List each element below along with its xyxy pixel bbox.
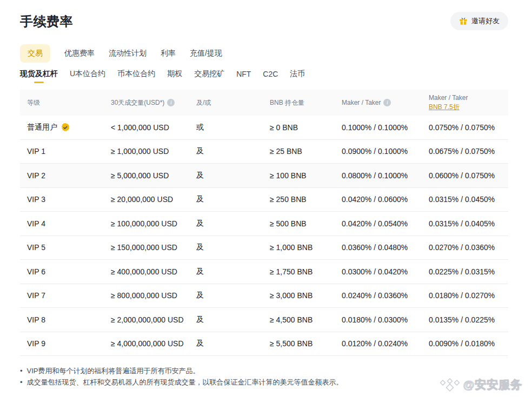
footnote: • 成交量包括现货、杠杆和交易机器人的所有现货成交量，以联合保证金汇率计算的美元… — [20, 376, 508, 388]
cell-and-or: 或 — [196, 123, 270, 132]
cell-level: VIP 9 — [27, 339, 111, 348]
fee-table: 等级 30天成交量(USD*) i 及/或 BNB 持仓量 Maker / Ta… — [20, 90, 508, 356]
cell-maker-taker: 0.0300% / 0.0420% — [342, 267, 429, 276]
subtab-法币[interactable]: 法币 — [290, 69, 305, 83]
invite-friends-label: 邀请好友 — [471, 16, 500, 26]
cell-level: 普通用户 — [27, 123, 111, 132]
tab-优惠费率[interactable]: 优惠费率 — [64, 44, 95, 63]
cell-and-or: 及 — [196, 267, 270, 277]
table-row: VIP 5 ≥ 150,000,000 USD 及 ≥ 1,000 BNB 0.… — [20, 236, 508, 260]
cell-bnb-balance: ≥ 4,500 BNB — [270, 315, 342, 324]
cell-volume: < 1,000,000 USD — [111, 123, 196, 132]
cell-and-or: 及 — [196, 315, 270, 325]
sub-tabs: 现货及杠杆U本位合约币本位合约期权交易挖矿NFTC2C法币 — [20, 69, 508, 83]
cell-and-or: 及 — [196, 219, 270, 228]
cell-volume: ≥ 150,000,000 USD — [111, 243, 196, 252]
column-header-volume-label: 30天成交量(USD*) — [111, 98, 164, 107]
cell-level: VIP 6 — [27, 267, 111, 276]
cell-maker-taker-bnb: 0.0675% / 0.0750% — [429, 147, 508, 156]
table-row: 普通用户 < 1,000,000 USD 或 ≥ 0 BNB 0.1000% /… — [20, 116, 508, 140]
cell-maker-taker-bnb: 0.0600% / 0.0750% — [429, 171, 508, 180]
cell-volume: ≥ 100,000,000 USD — [111, 219, 196, 228]
page-header: 手续费率 邀请好友 — [20, 13, 508, 30]
subtab-NFT[interactable]: NFT — [236, 70, 251, 83]
cell-level: VIP 2 — [27, 171, 111, 180]
cell-bnb-balance: ≥ 1,750 BNB — [270, 267, 342, 276]
cell-maker-taker: 0.0420% / 0.0540% — [342, 219, 429, 228]
cell-bnb-balance: ≥ 100 BNB — [270, 171, 342, 180]
subtab-币本位合约[interactable]: 币本位合约 — [117, 69, 155, 83]
column-header-maker-taker-bnb-label: Maker / Taker — [429, 94, 468, 102]
cell-maker-taker-bnb: 0.0750% / 0.0750% — [429, 123, 508, 132]
bullet-marker: • — [20, 376, 23, 388]
tab-交易[interactable]: 交易 — [20, 44, 50, 63]
level-label: VIP 6 — [27, 267, 45, 276]
level-label: VIP 4 — [27, 219, 45, 228]
gift-icon — [459, 17, 468, 25]
fee-table-header: 等级 30天成交量(USD*) i 及/或 BNB 持仓量 Maker / Ta… — [20, 90, 508, 116]
table-row: VIP 9 ≥ 4,000,000,000 USD 及 ≥ 5,500 BNB … — [20, 332, 508, 356]
cell-maker-taker-bnb: 0.0090% / 0.0180% — [429, 339, 508, 348]
cell-maker-taker-bnb: 0.0270% / 0.0360% — [429, 243, 508, 252]
table-row: VIP 2 ≥ 5,000,000 USD 及 ≥ 100 BNB 0.0800… — [20, 164, 508, 188]
tab-利率[interactable]: 利率 — [161, 44, 176, 63]
column-header-bnb-balance: BNB 持仓量 — [270, 98, 342, 107]
cell-maker-taker-bnb: 0.0315% / 0.0405% — [429, 219, 508, 228]
cell-maker-taker-bnb: 0.0135% / 0.0225% — [429, 315, 508, 324]
main-tabs: 交易优惠费率流动性计划利率充值/提现 — [20, 44, 508, 63]
level-label: VIP 8 — [27, 315, 45, 324]
cell-maker-taker: 0.0800% / 0.1000% — [342, 171, 429, 180]
column-header-level: 等级 — [27, 98, 111, 107]
cell-and-or: 及 — [196, 171, 270, 180]
column-header-maker-taker: Maker / Taker i — [342, 99, 429, 106]
info-icon[interactable]: i — [167, 99, 175, 106]
subtab-期权[interactable]: 期权 — [167, 69, 182, 83]
column-header-and-or: 及/或 — [196, 98, 270, 107]
cell-level: VIP 3 — [27, 195, 111, 204]
level-label: VIP 9 — [27, 339, 45, 348]
cell-bnb-balance: ≥ 25 BNB — [270, 147, 342, 156]
cell-maker-taker: 0.0240% / 0.0360% — [342, 291, 429, 300]
invite-friends-button[interactable]: 邀请好友 — [450, 12, 508, 30]
footnotes: • VIP费用和每个计划的福利将普遍适用于所有币安产品。 • 成交量包括现货、杠… — [20, 365, 508, 388]
table-row: VIP 8 ≥ 2,000,000,000 USD 及 ≥ 4,500 BNB … — [20, 308, 508, 332]
cell-bnb-balance: ≥ 250 BNB — [270, 195, 342, 204]
cell-volume: ≥ 20,000,000 USD — [111, 195, 196, 204]
level-label: VIP 2 — [27, 171, 45, 180]
diamond-logo-icon — [438, 376, 461, 393]
bnb-discount-link[interactable]: BNB 7.5折 — [429, 103, 468, 112]
cell-maker-taker: 0.0180% / 0.0300% — [342, 315, 429, 324]
cell-and-or: 及 — [196, 146, 270, 156]
column-header-maker-taker-bnb: Maker / Taker BNB 7.5折 — [429, 94, 508, 112]
cell-level: VIP 8 — [27, 315, 111, 324]
subtab-C2C[interactable]: C2C — [263, 70, 278, 83]
subtab-交易挖矿[interactable]: 交易挖矿 — [194, 69, 224, 83]
level-label: VIP 1 — [27, 147, 45, 156]
watermark: @安安服务 — [438, 376, 522, 393]
level-label: 普通用户 — [27, 123, 57, 132]
cell-maker-taker-bnb: 0.0180% / 0.0270% — [429, 291, 508, 300]
fee-rate-page: 手续费率 邀请好友 交易优惠费率流动性计划利率充值/提现 现货及杠杆U本位合约币… — [0, 0, 532, 397]
cell-bnb-balance: ≥ 500 BNB — [270, 219, 342, 228]
cell-maker-taker-bnb: 0.0315% / 0.0450% — [429, 195, 508, 204]
cell-maker-taker: 0.0420% / 0.0600% — [342, 195, 429, 204]
tab-充值/提现[interactable]: 充值/提现 — [190, 44, 222, 63]
watermark-text: @安安服务 — [463, 377, 522, 392]
cell-bnb-balance: ≥ 3,000 BNB — [270, 291, 342, 300]
cell-volume: ≥ 1,000,000 USD — [111, 147, 196, 156]
cell-level: VIP 5 — [27, 243, 111, 252]
subtab-U本位合约[interactable]: U本位合约 — [70, 69, 105, 83]
level-label: VIP 7 — [27, 291, 45, 300]
cell-volume: ≥ 4,000,000,000 USD — [111, 339, 196, 348]
subtab-现货及杠杆[interactable]: 现货及杠杆 — [20, 69, 58, 83]
footnote-text: 成交量包括现货、杠杆和交易机器人的所有现货成交量，以联合保证金汇率计算的美元等值… — [27, 376, 343, 388]
tab-流动性计划[interactable]: 流动性计划 — [109, 44, 147, 63]
info-icon[interactable]: i — [383, 99, 391, 106]
cell-maker-taker: 0.1000% / 0.1000% — [342, 123, 429, 132]
cell-volume: ≥ 800,000,000 USD — [111, 291, 196, 300]
cell-bnb-balance: ≥ 1,000 BNB — [270, 243, 342, 252]
table-row: VIP 1 ≥ 1,000,000 USD 及 ≥ 25 BNB 0.0900%… — [20, 140, 508, 164]
level-label: VIP 5 — [27, 243, 45, 252]
cell-and-or: 及 — [196, 291, 270, 300]
column-header-volume: 30天成交量(USD*) i — [111, 98, 196, 107]
